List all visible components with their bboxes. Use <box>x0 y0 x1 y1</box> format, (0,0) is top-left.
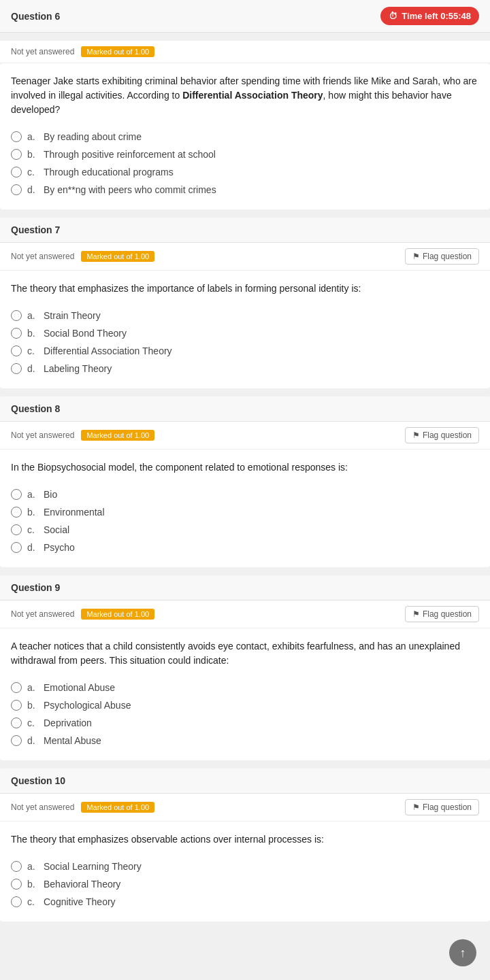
q6-option-c[interactable] <box>11 167 22 178</box>
q9-option-d[interactable] <box>11 735 22 746</box>
option-letter: a. <box>27 310 38 321</box>
list-item: b. Behavioral Theory <box>11 875 479 893</box>
q7-option-b[interactable] <box>11 328 22 339</box>
q7-body: The theory that emphasizes the importanc… <box>0 271 490 388</box>
q7-header: Question 7 <box>0 218 490 243</box>
list-item: c. Through educational programs <box>11 163 479 181</box>
option-letter: c. <box>27 896 38 907</box>
option-text: Through educational programs <box>44 167 174 178</box>
option-text: Through positive reinforcement at school <box>44 149 216 160</box>
list-item: d. Mental Abuse <box>11 732 479 749</box>
q6-badge: Marked out of 1.00 <box>81 46 154 57</box>
option-letter: d. <box>27 363 38 374</box>
q7-option-d[interactable] <box>11 363 22 374</box>
q7-title: Question 7 <box>11 224 60 235</box>
list-item: c. Differential Association Theory <box>11 342 479 360</box>
option-text: Social Learning Theory <box>44 861 142 872</box>
q10-option-c[interactable] <box>11 896 22 907</box>
q7-status: Not yet answered <box>11 252 74 261</box>
q6-option-a[interactable] <box>11 131 22 142</box>
q8-body: In the Biopsychosocial model, the compon… <box>0 450 490 567</box>
option-letter: c. <box>27 345 38 356</box>
list-item: d. Labeling Theory <box>11 360 479 377</box>
option-letter: b. <box>27 700 38 711</box>
q10-badge: Marked out of 1.00 <box>81 802 154 813</box>
q10-option-b[interactable] <box>11 879 22 890</box>
option-text: Environmental <box>44 507 105 518</box>
list-item: d. Psycho <box>11 539 479 556</box>
q10-status: Not yet answered <box>11 802 74 812</box>
option-text: Social Bond Theory <box>44 328 127 339</box>
option-letter: a. <box>27 489 38 500</box>
option-letter: d. <box>27 735 38 746</box>
list-item: c. Cognitive Theory <box>11 893 479 911</box>
list-item: d. By en**ng with peers who commit crime… <box>11 181 479 199</box>
option-text: Bio <box>44 489 57 500</box>
option-letter: b. <box>27 879 38 890</box>
q8-title: Question 8 <box>11 403 60 414</box>
q9-title: Question 9 <box>11 582 60 593</box>
question-9-card: Question 9 Not yet answered Marked out o… <box>0 575 490 760</box>
q9-option-a[interactable] <box>11 682 22 693</box>
option-text: Emotional Abuse <box>44 682 115 693</box>
q6-body: Teenager Jake starts exhibiting criminal… <box>0 63 490 209</box>
option-letter: c. <box>27 524 38 535</box>
option-letter: c. <box>27 717 38 728</box>
q9-flag-button[interactable]: ⚑ Flag question <box>405 606 479 622</box>
timer-badge: ⏱ Time left 0:55:48 <box>380 7 479 25</box>
q9-header: Question 9 <box>0 575 490 601</box>
option-letter: d. <box>27 542 38 553</box>
q6-option-d[interactable] <box>11 184 22 195</box>
q8-option-d[interactable] <box>11 542 22 553</box>
q9-status: Not yet answered <box>11 609 74 619</box>
question-6-card: Teenager Jake starts exhibiting criminal… <box>0 63 490 209</box>
option-letter: a. <box>27 682 38 693</box>
option-letter: b. <box>27 328 38 339</box>
q9-badge: Marked out of 1.00 <box>81 609 154 620</box>
timer-label: Time left 0:55:48 <box>402 11 471 21</box>
q6-options: a. By reading about crime b. Through pos… <box>11 128 479 199</box>
question-10-card: Question 10 Not yet answered Marked out … <box>0 768 490 922</box>
q8-badge: Marked out of 1.00 <box>81 430 154 441</box>
list-item: b. Social Bond Theory <box>11 324 479 342</box>
q10-options: a. Social Learning Theory b. Behavioral … <box>11 858 479 911</box>
q7-options: a. Strain Theory b. Social Bond Theory c… <box>11 307 479 377</box>
option-text: Differential Association Theory <box>44 345 172 356</box>
q7-option-a[interactable] <box>11 310 22 321</box>
flag-label: Flag question <box>423 430 472 440</box>
flag-label: Flag question <box>423 609 472 619</box>
option-letter: c. <box>27 167 38 178</box>
list-item: a. Strain Theory <box>11 307 479 324</box>
q9-option-b[interactable] <box>11 700 22 711</box>
q9-option-c[interactable] <box>11 717 22 728</box>
list-item: b. Through positive reinforcement at sch… <box>11 146 479 163</box>
list-item: c. Social <box>11 521 479 539</box>
option-text: Psycho <box>44 542 75 553</box>
flag-icon: ⚑ <box>412 252 420 261</box>
q8-option-b[interactable] <box>11 507 22 518</box>
q6-title: Question 6 <box>11 11 60 22</box>
q8-flag-button[interactable]: ⚑ Flag question <box>405 427 479 443</box>
question-8-card: Question 8 Not yet answered Marked out o… <box>0 396 490 567</box>
list-item: a. Social Learning Theory <box>11 858 479 875</box>
q6-option-b[interactable] <box>11 149 22 160</box>
option-text: Psychological Abuse <box>44 700 131 711</box>
flag-icon: ⚑ <box>412 802 420 812</box>
list-item: b. Psychological Abuse <box>11 696 479 714</box>
option-text: By en**ng with peers who commit crimes <box>44 184 216 195</box>
q10-text: The theory that emphasizes observable ac… <box>11 832 479 847</box>
q7-flag-button[interactable]: ⚑ Flag question <box>405 248 479 265</box>
q10-option-a[interactable] <box>11 861 22 872</box>
q8-option-a[interactable] <box>11 489 22 500</box>
list-item: c. Deprivation <box>11 714 479 732</box>
list-item: a. Emotional Abuse <box>11 679 479 696</box>
option-letter: b. <box>27 149 38 160</box>
q8-option-c[interactable] <box>11 524 22 535</box>
q10-flag-button[interactable]: ⚑ Flag question <box>405 799 479 815</box>
flag-icon: ⚑ <box>412 609 420 619</box>
q9-options: a. Emotional Abuse b. Psychological Abus… <box>11 679 479 749</box>
q7-option-c[interactable] <box>11 345 22 356</box>
option-text: Strain Theory <box>44 310 101 321</box>
q8-text: In the Biopsychosocial model, the compon… <box>11 460 479 475</box>
list-item: a. By reading about crime <box>11 128 479 146</box>
